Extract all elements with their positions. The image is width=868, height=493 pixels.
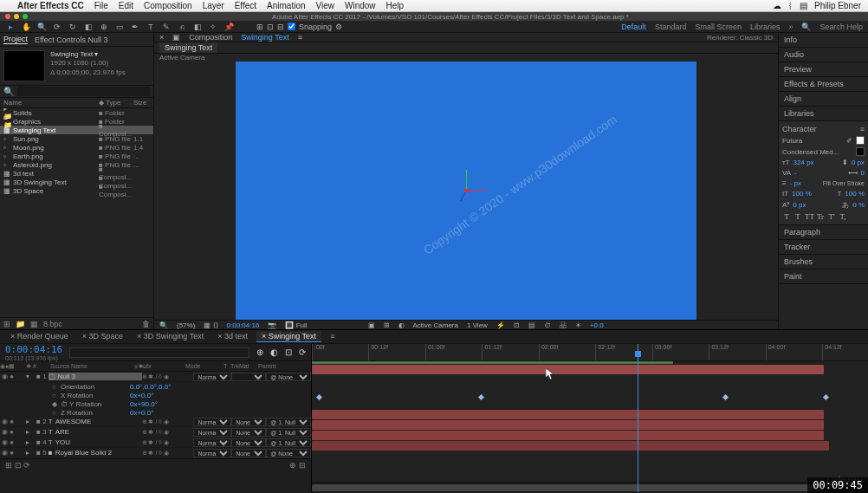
menu-help[interactable]: Help — [386, 1, 405, 10]
selection-tool-icon[interactable]: ▸ — [5, 22, 16, 32]
zoom-tool-icon[interactable]: 🔍 — [36, 22, 47, 32]
viewer-time[interactable]: 0:00:04:16 — [227, 321, 260, 329]
layer-bar[interactable] — [312, 431, 824, 440]
timeline-tab[interactable]: × 3d text — [212, 331, 253, 342]
property-row[interactable]: ○Orientation0.0°,0.0°,0.0° — [0, 382, 311, 391]
mode-select[interactable]: Normal — [193, 438, 231, 447]
kerning[interactable]: - — [794, 169, 797, 177]
layer-row[interactable]: ◉ ●▸■ 5■Royal Blue Solid 2⊕ ✱ / ◊ ◉Norma… — [0, 448, 311, 458]
wifi-icon[interactable]: ⧙ — [788, 1, 793, 10]
trkmat-select[interactable]: None — [231, 418, 266, 426]
timeline-tab[interactable]: × 3D Space — [77, 331, 128, 342]
channels-icon[interactable]: ◐ — [398, 321, 405, 329]
menu-composition[interactable]: Composition — [144, 1, 192, 10]
layer-bar[interactable] — [312, 365, 824, 374]
axis-world-icon[interactable]: ⊡ — [267, 23, 274, 31]
magnify-icon[interactable]: 🔍 — [159, 321, 168, 329]
font-size[interactable]: 324 px — [794, 159, 814, 166]
roto-tool-icon[interactable]: ✧ — [208, 22, 218, 32]
current-timecode[interactable]: 0:00:04:16 — [5, 344, 62, 355]
workspace-standard[interactable]: Standard — [655, 23, 687, 31]
axis-view-icon[interactable]: ⊟ — [277, 23, 284, 31]
navigator-handle[interactable] — [312, 484, 824, 491]
col-trkmat[interactable]: T .TrkMat — [223, 363, 258, 369]
property-row[interactable]: ○Z Rotation0x+0.0° — [0, 408, 311, 417]
tl-icon-3[interactable]: ⊡ — [285, 347, 292, 357]
trkmat-select[interactable]: None — [231, 438, 266, 447]
keyframe-icon[interactable] — [316, 394, 322, 400]
roi-icon[interactable]: ▣ — [368, 321, 375, 329]
exposure-value[interactable]: +0.0 — [590, 321, 604, 329]
pan-behind-tool-icon[interactable]: ⊕ — [99, 22, 109, 32]
menu-animation[interactable]: Animation — [267, 1, 305, 10]
project-search-input[interactable] — [17, 87, 150, 96]
app-menu[interactable]: After Effects CC — [17, 1, 84, 10]
renderer-value[interactable]: Classic 3D — [740, 34, 773, 42]
comp-lock-icon[interactable]: × — [159, 33, 164, 42]
property-row[interactable]: ◆⏱ Y Rotation0x+90.0° — [0, 399, 311, 408]
cloud-icon[interactable]: ☁ — [773, 1, 781, 10]
window-close[interactable] — [5, 14, 10, 19]
eraser-tool-icon[interactable]: ◧ — [192, 22, 203, 32]
views-select[interactable]: 1 View — [467, 321, 488, 329]
leading[interactable]: 0 px — [852, 159, 865, 166]
keyframe-icon[interactable] — [823, 394, 829, 400]
text-style-1[interactable]: T — [794, 212, 802, 221]
text-style-3[interactable]: Tr — [816, 212, 825, 221]
viewer-time-nav[interactable]: ▦ ⟨⟩ — [204, 321, 217, 329]
panel-effects-presets[interactable]: Effects & Presets — [779, 77, 868, 92]
project-item[interactable]: ▦Swinging Text■ Composi... — [0, 126, 153, 134]
axis-local-icon[interactable]: ⊞ — [256, 23, 263, 31]
search-help[interactable]: Search Help — [819, 23, 863, 31]
tracking[interactable]: 0 — [861, 169, 865, 177]
current-time-indicator[interactable] — [638, 344, 638, 492]
panel-info[interactable]: Info — [779, 33, 868, 48]
type-tool-icon[interactable]: T — [146, 22, 156, 32]
tl-icon-4[interactable]: ⟳ — [299, 347, 306, 357]
grid-icon[interactable]: ⊞ — [384, 321, 390, 329]
panel-menu-icon[interactable]: ≡ — [860, 125, 865, 133]
text-style-4[interactable]: T' — [827, 212, 836, 221]
text-style-0[interactable]: T — [782, 212, 791, 221]
timeline-tab[interactable]: × Swinging Text — [256, 331, 321, 342]
keyframe-icon[interactable] — [478, 394, 484, 400]
layer-bar[interactable] — [312, 410, 824, 419]
composition-viewer[interactable]: Copyright © 2020 - www.p30download.com — [154, 62, 778, 320]
toggle-switches-icon[interactable]: ⊞ ⊡ ⟳ — [5, 461, 30, 470]
baseline[interactable]: 0 px — [793, 201, 806, 209]
new-comp-icon[interactable]: ▦ — [30, 320, 38, 328]
canvas[interactable] — [236, 62, 696, 320]
fill-swatch[interactable] — [856, 136, 865, 145]
window-zoom[interactable] — [23, 14, 28, 19]
layer-bar[interactable] — [312, 420, 824, 430]
time-ruler[interactable]: :00f00:12f01:00f01:12f02:00f02:12f03:00f… — [312, 344, 868, 361]
parent-select[interactable]: @ 1. Null 3 — [266, 428, 311, 437]
tl-icon-2[interactable]: ◐ — [270, 347, 278, 357]
menubar-extra-icon[interactable]: ▤ — [800, 1, 807, 10]
project-item[interactable]: ▫Sun.png■ PNG file1.1 — [0, 134, 153, 143]
hand-tool-icon[interactable]: ✋ — [21, 22, 31, 32]
user-name[interactable]: Philip Ebner — [814, 1, 861, 10]
timeline-icon[interactable]: ⏱ — [544, 321, 551, 329]
trkmat-select[interactable] — [231, 373, 266, 381]
comp-subtab[interactable]: Swinging Text — [159, 42, 217, 53]
3d-ground-icon[interactable]: ⊡ — [514, 321, 520, 329]
trkmat-select[interactable]: None — [231, 449, 266, 457]
col-size[interactable]: Size — [133, 99, 151, 107]
col-switches[interactable]: ⚹✱⧈fx — [133, 363, 185, 370]
pen-tool-icon[interactable]: ✒ — [130, 22, 140, 32]
rotate-tool-icon[interactable]: ↻ — [68, 22, 78, 32]
interpret-icon[interactable]: ⊞ — [3, 320, 10, 328]
project-item[interactable]: ▦3D Space■ Composi... — [0, 186, 153, 195]
exposure-reset-icon[interactable]: ☀ — [575, 321, 581, 329]
col-parent[interactable]: Parent — [258, 363, 303, 369]
comp-fav-icon[interactable]: ▣ — [172, 33, 180, 42]
comp-thumbnail[interactable] — [3, 50, 45, 81]
menu-window[interactable]: Window — [345, 1, 376, 10]
workspace-more-icon[interactable]: » — [788, 23, 793, 31]
trkmat-select[interactable]: None — [231, 428, 266, 437]
snapshot-icon[interactable]: 📷 — [268, 321, 276, 329]
panel-paint[interactable]: Paint — [779, 269, 868, 284]
layer-row[interactable]: ◉ ●▾■ 1▢Null 3⊕ ✱ / ◊ ◉Normal@ None — [0, 372, 311, 382]
property-row[interactable]: ○X Rotation0x+0.0° — [0, 391, 311, 399]
